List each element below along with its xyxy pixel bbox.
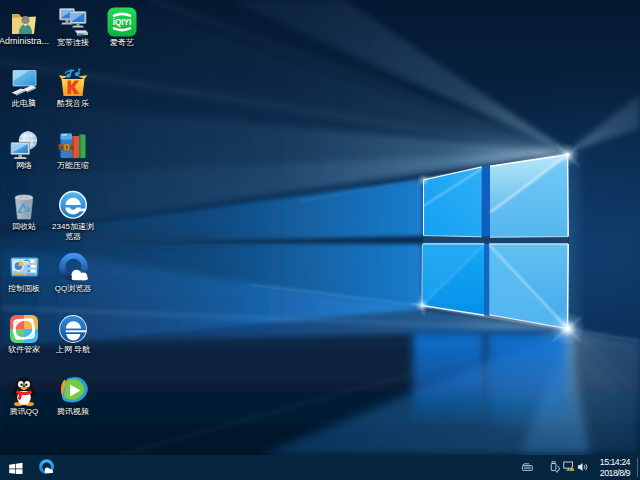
- svg-text:iQIYI: iQIYI: [113, 18, 132, 27]
